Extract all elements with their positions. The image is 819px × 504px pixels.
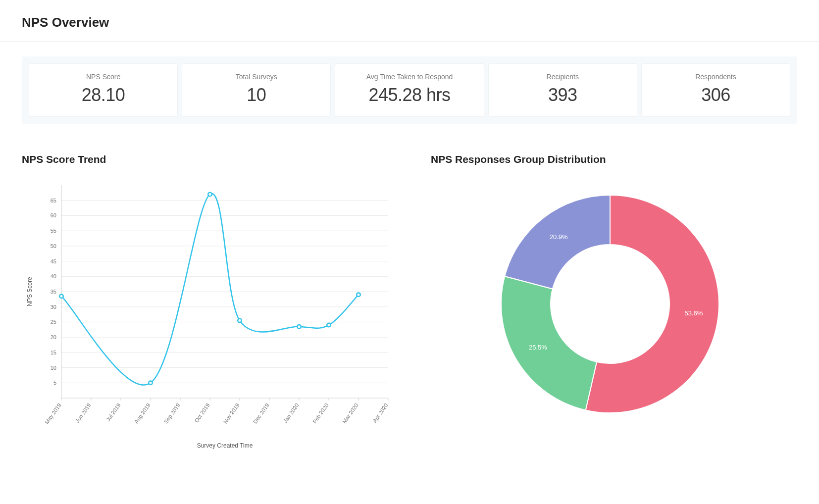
- svg-text:Nov 2019: Nov 2019: [222, 402, 241, 424]
- svg-text:Sep 2019: Sep 2019: [163, 402, 181, 424]
- donut-chart-title: NPS Responses Group Distribution: [423, 153, 797, 165]
- summary-value: 393: [494, 85, 632, 105]
- donut-chart: 53.6%25.5%20.9%: [423, 175, 797, 433]
- svg-text:35: 35: [51, 289, 56, 295]
- line-chart-panel: NPS Score Trend 510152025303540455055606…: [22, 153, 398, 454]
- svg-text:Mar 2020: Mar 2020: [341, 402, 359, 424]
- svg-point-57: [150, 382, 152, 384]
- summary-value: 10: [187, 85, 325, 105]
- svg-text:May 2019: May 2019: [44, 402, 62, 425]
- svg-point-65: [328, 324, 330, 326]
- svg-text:NPS Score: NPS Score: [26, 277, 33, 306]
- svg-text:Survey Created Time: Survey Created Time: [197, 442, 253, 449]
- svg-text:5: 5: [53, 380, 56, 386]
- summary-card-total-surveys: Total Surveys 10: [182, 63, 331, 117]
- svg-text:50: 50: [51, 243, 56, 249]
- svg-text:Jun 2019: Jun 2019: [74, 402, 92, 424]
- summary-row: NPS Score 28.10 Total Surveys 10 Avg Tim…: [22, 56, 797, 124]
- page-title: NPS Overview: [22, 15, 797, 30]
- summary-card-recipients: Recipients 393: [488, 63, 637, 117]
- summary-card-respondents: Respondents 306: [641, 63, 790, 117]
- svg-text:Aug 2019: Aug 2019: [133, 402, 152, 424]
- line-chart-svg: 5101520253035404550556065May 2019Jun 201…: [22, 175, 398, 453]
- svg-text:65: 65: [51, 198, 56, 203]
- line-chart-title: NPS Score Trend: [22, 153, 398, 165]
- summary-value: 245.28 hrs: [340, 85, 478, 105]
- header-divider: [0, 41, 819, 42]
- svg-text:15: 15: [51, 350, 56, 355]
- svg-text:55: 55: [51, 228, 56, 234]
- svg-point-67: [358, 294, 360, 296]
- svg-text:20.9%: 20.9%: [550, 233, 568, 241]
- summary-label: Respondents: [647, 73, 785, 81]
- svg-text:10: 10: [51, 365, 56, 371]
- svg-point-61: [239, 319, 241, 322]
- svg-text:Jul 2019: Jul 2019: [105, 402, 122, 422]
- svg-text:53.6%: 53.6%: [684, 309, 703, 317]
- summary-label: Total Surveys: [187, 73, 325, 81]
- svg-text:25: 25: [51, 319, 56, 325]
- summary-label: NPS Score: [34, 73, 172, 81]
- svg-text:30: 30: [51, 304, 56, 310]
- svg-text:60: 60: [51, 212, 56, 218]
- page-root: NPS Overview NPS Score 28.10 Total Surve…: [0, 0, 819, 474]
- summary-label: Avg Time Taken to Respond: [340, 73, 478, 81]
- svg-text:20: 20: [51, 334, 56, 340]
- svg-text:45: 45: [51, 258, 56, 264]
- donut-chart-panel: NPS Responses Group Distribution 53.6%25…: [423, 153, 797, 454]
- donut-chart-svg: 53.6%25.5%20.9%: [471, 175, 749, 433]
- summary-label: Recipients: [494, 73, 632, 81]
- summary-value: 28.10: [34, 85, 172, 105]
- svg-text:Apr 2020: Apr 2020: [371, 402, 389, 423]
- summary-value: 306: [647, 85, 785, 105]
- svg-point-63: [298, 325, 301, 328]
- svg-point-59: [209, 193, 211, 196]
- charts-row: NPS Score Trend 510152025303540455055606…: [22, 153, 797, 454]
- svg-text:Dec 2019: Dec 2019: [252, 402, 270, 424]
- summary-card-nps-score: NPS Score 28.10: [29, 63, 178, 117]
- svg-text:Jan 2020: Jan 2020: [282, 402, 300, 424]
- svg-text:Feb 2020: Feb 2020: [311, 402, 329, 424]
- svg-text:40: 40: [51, 273, 56, 279]
- svg-point-55: [60, 295, 63, 298]
- svg-text:25.5%: 25.5%: [529, 344, 547, 351]
- line-chart: 5101520253035404550556065May 2019Jun 201…: [22, 175, 398, 454]
- summary-card-avg-time: Avg Time Taken to Respond 245.28 hrs: [335, 63, 484, 117]
- svg-text:Oct 2019: Oct 2019: [193, 402, 210, 423]
